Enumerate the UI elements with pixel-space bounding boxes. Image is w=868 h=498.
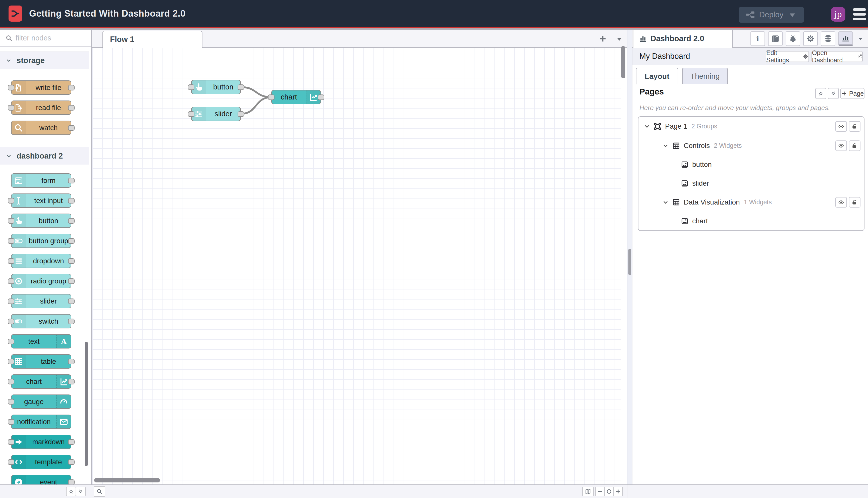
tree-row-controls[interactable]: Controls2 Widgets <box>639 136 864 155</box>
sidebar-toolbar-gear-button[interactable] <box>803 31 818 46</box>
input-port[interactable] <box>8 278 14 284</box>
visibility-toggle-button[interactable] <box>835 197 847 208</box>
palette-category-storage[interactable]: storage <box>0 52 89 69</box>
output-port[interactable] <box>238 84 244 90</box>
search-flows-button[interactable] <box>94 486 105 497</box>
palette-node-chart[interactable]: chart <box>11 375 71 389</box>
output-port[interactable] <box>68 278 75 284</box>
input-port[interactable] <box>8 238 14 244</box>
output-port[interactable] <box>68 379 75 384</box>
tree-row-chart[interactable]: chart <box>639 212 864 231</box>
tree-row-data-visualization[interactable]: Data Visualization1 Widgets <box>639 193 864 212</box>
sidebar-toolbar-bug-button[interactable] <box>786 31 800 46</box>
palette-node-button[interactable]: button <box>11 213 71 228</box>
move-down-button[interactable] <box>828 88 839 99</box>
output-port[interactable] <box>68 85 75 90</box>
output-port[interactable] <box>318 94 324 100</box>
lock-toggle-button[interactable] <box>849 141 860 151</box>
collapse-palette-categories-button[interactable] <box>66 487 76 496</box>
output-port[interactable] <box>68 318 75 324</box>
expand-palette-categories-button[interactable] <box>76 487 86 496</box>
add-flow-button[interactable] <box>598 34 607 43</box>
input-port[interactable] <box>8 399 14 405</box>
output-port[interactable] <box>68 439 75 445</box>
output-port[interactable] <box>68 480 75 485</box>
flow-canvas[interactable]: Flow 1 buttonsliderchart <box>92 30 627 484</box>
palette-node-dropdown[interactable]: dropdown <box>11 254 71 268</box>
input-port[interactable] <box>8 105 14 110</box>
palette-node-notification[interactable]: notification <box>11 415 71 429</box>
tree-row-slider[interactable]: slider <box>639 174 864 193</box>
input-port[interactable] <box>188 84 195 90</box>
palette-node-template[interactable]: template <box>11 455 71 469</box>
main-menu-button[interactable] <box>853 8 866 21</box>
palette-node-text[interactable]: Atext <box>11 334 71 349</box>
add-page-button[interactable]: Page <box>840 88 865 99</box>
flow-node-button[interactable]: button <box>191 80 241 94</box>
output-port[interactable] <box>68 459 75 465</box>
open-dashboard-button[interactable]: Open Dashboard <box>812 51 863 62</box>
palette-node-write-file[interactable]: write file <box>11 80 71 95</box>
input-port[interactable] <box>8 439 14 445</box>
flow-node-slider[interactable]: slider <box>191 107 241 121</box>
palette-node-radio-group[interactable]: radio group <box>11 274 71 288</box>
palette-node-gauge[interactable]: gauge <box>11 394 71 409</box>
output-port[interactable] <box>68 359 75 364</box>
input-port[interactable] <box>188 111 195 117</box>
input-port[interactable] <box>8 459 14 465</box>
flow-tab[interactable]: Flow 1 <box>103 31 202 48</box>
palette-node-read-file[interactable]: read file <box>11 101 71 115</box>
deploy-button[interactable]: Deploy <box>739 7 804 23</box>
palette-node-switch[interactable]: switch <box>11 314 71 328</box>
sidebar-toolbar-book-button[interactable] <box>768 31 783 46</box>
flow-list-caret-icon[interactable] <box>616 36 623 43</box>
filter-nodes-input[interactable] <box>16 30 89 46</box>
output-port[interactable] <box>68 178 75 183</box>
input-port[interactable] <box>8 339 14 344</box>
palette-node-markdown[interactable]: markdown <box>11 435 71 449</box>
output-port[interactable] <box>68 125 75 131</box>
palette-node-watch[interactable]: watch <box>11 121 71 135</box>
input-port[interactable] <box>8 258 14 264</box>
sidebar-tabs-caret-icon[interactable] <box>857 35 864 42</box>
output-port[interactable] <box>68 105 75 110</box>
navigator-toggle-button[interactable] <box>582 487 594 496</box>
edit-settings-button[interactable]: Edit Settings <box>766 51 809 62</box>
input-port[interactable] <box>8 318 14 324</box>
output-port[interactable] <box>68 218 75 224</box>
palette-node-slider[interactable]: slider <box>11 294 71 308</box>
chevron-down-icon[interactable] <box>662 199 669 206</box>
tab-layout[interactable]: Layout <box>636 68 678 85</box>
output-port[interactable] <box>68 238 75 244</box>
output-port[interactable] <box>68 198 75 204</box>
input-port[interactable] <box>8 419 14 424</box>
output-port[interactable] <box>68 258 75 264</box>
output-port[interactable] <box>238 111 244 117</box>
flow-node-chart[interactable]: chart <box>271 90 321 104</box>
splitter-grip[interactable] <box>628 249 631 275</box>
sidebar-toolbar-context-button[interactable] <box>821 31 835 46</box>
palette-node-event[interactable]: event <box>11 475 71 484</box>
input-port[interactable] <box>8 85 14 90</box>
palette-node-button-group[interactable]: button group <box>11 234 71 248</box>
tree-row-button[interactable]: button <box>639 155 864 174</box>
chevron-down-icon[interactable] <box>643 123 651 130</box>
zoom-out-button[interactable] <box>595 487 605 496</box>
input-port[interactable] <box>8 359 14 364</box>
lock-toggle-button[interactable] <box>849 121 860 132</box>
deploy-caret-icon[interactable] <box>787 10 798 19</box>
palette-node-form[interactable]: form <box>11 173 71 188</box>
canvas-grid[interactable] <box>92 48 621 484</box>
sidebar-splitter[interactable] <box>627 30 632 484</box>
move-up-button[interactable] <box>815 88 826 99</box>
input-port[interactable] <box>8 198 14 204</box>
lock-toggle-button[interactable] <box>849 197 860 208</box>
tree-row-page-1[interactable]: Page 12 Groups <box>639 117 864 136</box>
chevron-down-icon[interactable] <box>662 142 669 149</box>
output-port[interactable] <box>68 299 75 304</box>
input-port[interactable] <box>8 299 14 304</box>
zoom-reset-button[interactable] <box>604 487 614 496</box>
canvas-horizontal-scrollbar[interactable] <box>94 478 160 482</box>
palette-node-table[interactable]: table <box>11 354 71 369</box>
sidebar-tab-dashboard[interactable]: Dashboard 2.0 <box>633 30 733 48</box>
